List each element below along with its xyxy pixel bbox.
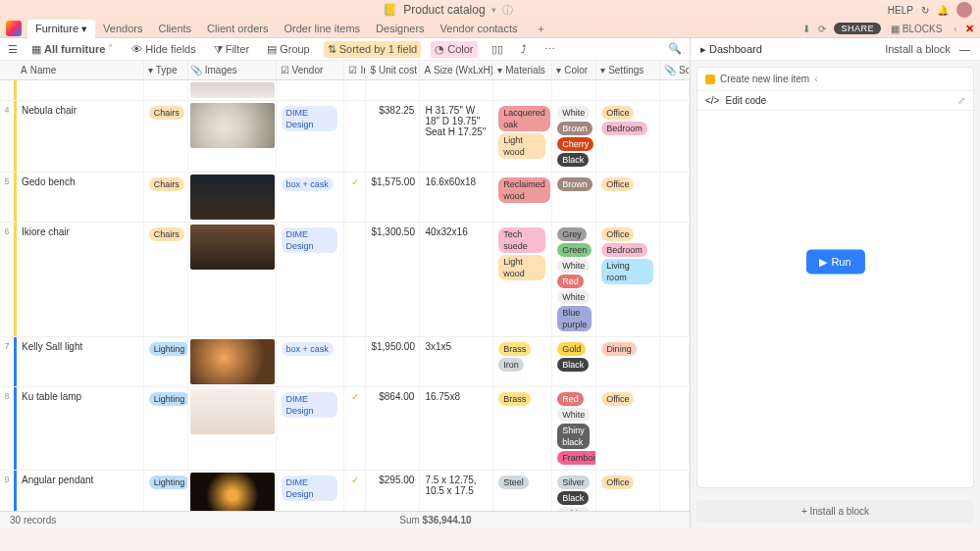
table-row[interactable] — [0, 80, 690, 101]
cell-color[interactable] — [552, 80, 596, 100]
cell-unitcost[interactable]: $1,300.50 — [366, 223, 420, 336]
cell-size[interactable]: 40x32x16 — [420, 223, 493, 336]
table-row[interactable]: 6Ikiore chairChairsDIME Design$1,300.504… — [0, 223, 690, 337]
app-logo[interactable] — [6, 21, 22, 36]
cell-size[interactable] — [420, 80, 493, 100]
close-icon[interactable]: ✕ — [965, 23, 974, 35]
cell-size[interactable]: 16.6x60x18 — [420, 173, 493, 222]
table-tab[interactable]: Designers — [368, 20, 433, 38]
cell-vendor[interactable]: box + cask — [277, 337, 345, 386]
share-view-icon[interactable]: ⤴ — [517, 41, 531, 57]
cell-instock[interactable] — [344, 80, 366, 100]
cell-type[interactable]: Lighting — [144, 337, 188, 386]
cell-schematic[interactable] — [660, 471, 690, 511]
cell-settings[interactable]: Office — [596, 387, 660, 470]
cell-color[interactable]: RedWhiteShiny blackFramboise — [552, 387, 596, 470]
cell-materials[interactable]: Tech suedeLight wood — [493, 223, 552, 336]
add-table-icon[interactable]: ＋ — [528, 19, 554, 39]
sync-icon[interactable]: ⟳ — [818, 24, 826, 34]
col-images[interactable]: 📎 Images — [188, 61, 277, 79]
cell-materials[interactable]: BrassIron — [493, 337, 552, 386]
cell-color[interactable]: WhiteBrownCherryBlack — [552, 101, 596, 172]
edit-code-link[interactable]: Edit code — [725, 95, 766, 106]
cell-unitcost[interactable]: $864.00 — [366, 387, 420, 470]
cell-materials[interactable]: Reclaimed wood — [493, 173, 552, 222]
cell-materials[interactable]: Brass — [493, 387, 552, 470]
cell-vendor[interactable]: DIME Design — [277, 471, 345, 511]
sort-button[interactable]: ⇅ Sorted by 1 field — [324, 41, 422, 58]
cell-unitcost[interactable]: $295.00 — [366, 471, 420, 511]
cell-vendor[interactable]: DIME Design — [277, 101, 345, 172]
cell-size[interactable]: 7.5 x 12.75, 10.5 x 17.5 — [420, 471, 493, 511]
col-settings[interactable]: ▾ Settings — [596, 61, 660, 79]
cell-color[interactable]: SilverBlackWhiteGold — [552, 471, 596, 511]
cell-settings[interactable]: OfficeBedroom — [596, 101, 660, 172]
table-tab[interactable]: Order line items — [276, 20, 368, 38]
avatar[interactable] — [956, 2, 972, 18]
collapse-sidebar-icon[interactable]: ‹ — [954, 23, 957, 34]
cell-settings[interactable]: Office — [596, 173, 660, 222]
cell-size[interactable]: H 31.75" W 18" D 19.75" Seat H 17.25" — [420, 101, 493, 172]
blocks-toggle[interactable]: ▦ BLOCKS — [891, 24, 942, 34]
share-button[interactable]: SHARE — [834, 23, 881, 34]
cell-image[interactable] — [188, 223, 277, 336]
cell-vendor[interactable]: box + cask — [277, 173, 345, 222]
cell-instock[interactable]: ✓ — [344, 471, 366, 511]
cell-schematic[interactable] — [660, 387, 690, 470]
install-block-button[interactable]: + Install a block — [696, 500, 974, 523]
cell-instock[interactable] — [344, 337, 366, 386]
block-expand-icon[interactable]: ⤢ — [957, 95, 965, 106]
cell-unitcost[interactable]: $1,950.00 — [366, 337, 420, 386]
views-menu-icon[interactable]: ☰ — [8, 43, 18, 56]
table-tab[interactable]: Furniture ▾ — [27, 20, 95, 38]
col-instock[interactable]: ☑ In stock — [344, 61, 366, 79]
table-row[interactable]: 8Ku table lampLightingDIME Design✓$864.0… — [0, 387, 690, 471]
cell-name[interactable]: Gedo bench — [17, 173, 144, 222]
col-type[interactable]: ▾ Type — [144, 61, 188, 79]
cell-color[interactable]: GreyGreenWhiteRedWhiteBlue purple — [552, 223, 596, 336]
history-icon[interactable]: ↻ — [921, 5, 929, 16]
install-block-link[interactable]: Install a block — [885, 43, 951, 55]
title-info-icon[interactable]: ⓘ — [502, 3, 513, 18]
title-chevron[interactable]: ▾ — [491, 5, 496, 15]
download-icon[interactable]: ⬇ — [802, 24, 810, 34]
cell-instock[interactable] — [344, 101, 366, 172]
col-vendor[interactable]: ☑ Vendor — [277, 61, 345, 79]
cell-schematic[interactable] — [660, 80, 690, 100]
table-tab[interactable]: Vendor contacts — [433, 20, 526, 38]
table-tab[interactable]: Client orders — [199, 20, 276, 38]
cell-materials[interactable]: Lacquered oakLight wood — [493, 101, 552, 172]
hide-fields-button[interactable]: 👁 Hide fields — [128, 41, 199, 57]
cell-schematic[interactable] — [660, 223, 690, 336]
cell-name[interactable]: Kelly Sall light — [17, 337, 144, 386]
group-button[interactable]: ▤ Group — [263, 41, 314, 58]
cell-image[interactable] — [188, 101, 277, 172]
col-unitcost[interactable]: $ Unit cost — [366, 61, 420, 79]
sidebar-collapse-icon[interactable]: — — [959, 43, 970, 55]
cell-settings[interactable]: Dining — [596, 337, 660, 386]
cell-image[interactable] — [188, 337, 277, 386]
table-row[interactable]: 7Kelly Sall lightLightingbox + cask$1,95… — [0, 337, 690, 387]
color-button[interactable]: ◔ Color — [431, 41, 477, 58]
cell-name[interactable]: Angular pendant — [17, 471, 144, 511]
row-height-icon[interactable]: ▯▯ — [488, 41, 507, 58]
cell-size[interactable]: 16.75x8 — [420, 387, 493, 470]
cell-type[interactable]: Lighting — [144, 471, 188, 511]
run-button[interactable]: ▶ Run — [805, 249, 864, 274]
cell-name[interactable] — [17, 80, 144, 100]
cell-settings[interactable] — [596, 80, 660, 100]
cell-instock[interactable]: ✓ — [344, 173, 366, 222]
cell-image[interactable] — [188, 173, 277, 222]
cell-image[interactable] — [188, 471, 277, 511]
records-body[interactable]: 4Nebula chairChairsDIME Design$382.25H 3… — [0, 80, 690, 511]
cell-unitcost[interactable] — [366, 80, 420, 100]
cell-name[interactable]: Nebula chair — [17, 101, 144, 172]
cell-unitcost[interactable]: $382.25 — [366, 101, 420, 172]
table-row[interactable]: 4Nebula chairChairsDIME Design$382.25H 3… — [0, 101, 690, 173]
cell-image[interactable] — [188, 387, 277, 470]
table-row[interactable]: 9Angular pendantLightingDIME Design✓$295… — [0, 471, 690, 511]
cell-type[interactable] — [144, 80, 188, 100]
table-row[interactable]: 5Gedo benchChairsbox + cask✓$1,575.0016.… — [0, 173, 690, 223]
cell-image[interactable] — [188, 80, 277, 100]
doc-title[interactable]: Product catalog — [403, 3, 485, 17]
